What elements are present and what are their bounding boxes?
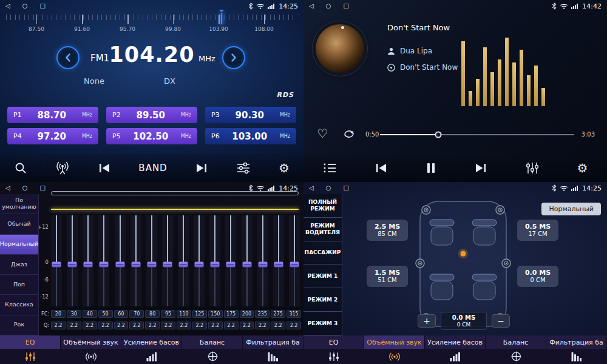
- listening-mode-item[interactable]: РЕЖИМ ВОДИТЕЛЯ: [304, 218, 342, 241]
- eq-band-slider[interactable]: [162, 215, 173, 306]
- listening-mode-item[interactable]: ПАССАЖИР: [304, 241, 342, 265]
- radio-preset-button[interactable]: P1 88.70 MHz: [7, 107, 98, 123]
- listening-mode-item[interactable]: ПОЛНЫЙ РЕЖИМ: [304, 194, 342, 218]
- sound-tab[interactable]: Усиление басов: [121, 335, 182, 349]
- surround-preset-button[interactable]: Нормальный: [541, 203, 601, 215]
- eq-preset-item[interactable]: Нормальный: [0, 235, 38, 255]
- speaker-delay[interactable]: 2.5 MS 85 CM: [367, 220, 408, 241]
- radio-preset-button[interactable]: P4 97.20 MHz: [7, 128, 98, 144]
- surround-tab-icon-cell[interactable]: [61, 349, 121, 364]
- bass-boost-tab-icon-cell[interactable]: [121, 349, 182, 364]
- eq-band-knob[interactable]: [84, 262, 93, 268]
- eq-band-slider[interactable]: [273, 215, 284, 306]
- eq-band-knob[interactable]: [52, 262, 61, 268]
- eq-band-knob[interactable]: [179, 262, 188, 268]
- eq-band-slider[interactable]: [242, 215, 253, 306]
- sound-tab[interactable]: Объёмный звук: [364, 335, 425, 349]
- eq-band-slider[interactable]: [146, 215, 157, 306]
- eq-band-slider[interactable]: [131, 215, 141, 306]
- delay-increase-button[interactable]: +: [418, 314, 436, 328]
- recents-icon[interactable]: □: [39, 182, 45, 194]
- progress-slider[interactable]: [380, 134, 574, 135]
- next-station-button[interactable]: [195, 163, 208, 174]
- speaker-delay[interactable]: 0.5 MS 17 CM: [517, 220, 558, 241]
- eq-band-knob[interactable]: [131, 262, 140, 268]
- broadcast-scan-button[interactable]: [55, 161, 70, 175]
- eq-band-knob[interactable]: [290, 262, 299, 268]
- eq-band-slider[interactable]: [98, 215, 109, 306]
- back-icon[interactable]: ◁: [309, 182, 314, 194]
- recents-icon[interactable]: □: [343, 0, 348, 12]
- home-icon[interactable]: ○: [22, 0, 28, 12]
- bass-boost-tab-icon-cell[interactable]: [425, 349, 486, 364]
- repeat-button[interactable]: [342, 129, 356, 141]
- home-icon[interactable]: ○: [326, 182, 331, 194]
- eq-band-knob[interactable]: [258, 262, 267, 268]
- pause-button[interactable]: [426, 163, 436, 174]
- balance-tab-icon-cell[interactable]: [182, 349, 243, 364]
- balance-tab-icon-cell[interactable]: [486, 349, 546, 364]
- home-icon[interactable]: ○: [22, 182, 28, 194]
- search-button[interactable]: [14, 161, 27, 175]
- sound-tab[interactable]: EQ: [0, 335, 61, 349]
- eq-band-knob[interactable]: [115, 262, 124, 268]
- eq-band-slider[interactable]: [257, 215, 268, 306]
- radio-preset-button[interactable]: P6 103.00 MHz: [205, 128, 296, 144]
- eq-preset-item[interactable]: Обычай: [0, 214, 38, 234]
- eq-preset-item[interactable]: Поп: [0, 275, 38, 295]
- sound-tab[interactable]: Баланс: [182, 335, 243, 349]
- surround-tab-icon-cell[interactable]: [364, 349, 425, 364]
- eq-band-slider[interactable]: [67, 215, 78, 306]
- equalizer-button[interactable]: [526, 162, 539, 174]
- filter-tab-icon-cell[interactable]: [546, 349, 607, 364]
- eq-band-knob[interactable]: [211, 262, 220, 268]
- prev-station-button[interactable]: [98, 163, 111, 174]
- eq-band-knob[interactable]: [195, 262, 204, 268]
- audio-mixer-button[interactable]: [236, 162, 251, 174]
- back-icon[interactable]: ◁: [309, 0, 314, 12]
- sound-tab[interactable]: Объёмный звук: [61, 335, 121, 349]
- favorite-button[interactable]: ♡: [317, 127, 328, 140]
- tune-up-button[interactable]: [222, 46, 245, 69]
- sound-tab[interactable]: EQ: [304, 335, 364, 349]
- recents-icon[interactable]: □: [343, 182, 348, 194]
- eq-band-knob[interactable]: [274, 262, 283, 268]
- eq-band-slider[interactable]: [289, 215, 300, 306]
- tune-down-button[interactable]: [56, 46, 80, 69]
- delay-decrease-button[interactable]: −: [492, 314, 510, 328]
- settings-button[interactable]: ⚙: [279, 162, 290, 174]
- eq-band-slider[interactable]: [194, 215, 205, 306]
- eq-band-slider[interactable]: [225, 215, 236, 306]
- radio-preset-button[interactable]: P5 102.50 MHz: [106, 128, 197, 144]
- eq-band-knob[interactable]: [68, 262, 77, 268]
- eq-preset-item[interactable]: Классика: [0, 295, 38, 315]
- back-icon[interactable]: ◁: [5, 0, 10, 12]
- eq-band-slider[interactable]: [209, 215, 220, 306]
- settings-button[interactable]: ⚙: [577, 162, 588, 174]
- sound-tab[interactable]: Баланс: [486, 335, 546, 349]
- eq-band-slider[interactable]: [178, 215, 189, 306]
- eq-preset-item[interactable]: Джаз: [0, 255, 38, 275]
- sound-tab[interactable]: Фильтрация ба: [546, 335, 607, 349]
- eq-band-slider[interactable]: [83, 215, 93, 306]
- frequency-ruler[interactable]: 87.5091.6095.7099.80103.90108.00: [6, 15, 297, 38]
- previous-track-button[interactable]: [375, 163, 388, 174]
- eq-band-knob[interactable]: [163, 262, 172, 268]
- listening-mode-item[interactable]: РЕЖИМ 1: [304, 265, 342, 288]
- eq-band-knob[interactable]: [242, 262, 251, 268]
- eq-band-knob[interactable]: [147, 262, 156, 268]
- radio-preset-button[interactable]: P3 90.30 MHz: [205, 107, 296, 123]
- eq-tab-icon-cell[interactable]: [0, 349, 61, 364]
- eq-band-slider[interactable]: [51, 215, 62, 306]
- eq-tab-icon-cell[interactable]: [304, 349, 364, 364]
- recents-icon[interactable]: □: [39, 0, 45, 12]
- next-track-button[interactable]: [474, 163, 487, 174]
- eq-band-knob[interactable]: [226, 262, 236, 268]
- eq-band-knob[interactable]: [100, 262, 109, 268]
- home-icon[interactable]: ○: [326, 0, 331, 12]
- listening-mode-item[interactable]: РЕЖИМ 2: [304, 288, 342, 312]
- speaker-delay[interactable]: 0.0 MS 0 CM: [517, 266, 558, 287]
- eq-preset-item[interactable]: Рок: [0, 315, 38, 335]
- playlist-button[interactable]: [323, 163, 336, 174]
- filter-tab-icon-cell[interactable]: [243, 349, 304, 364]
